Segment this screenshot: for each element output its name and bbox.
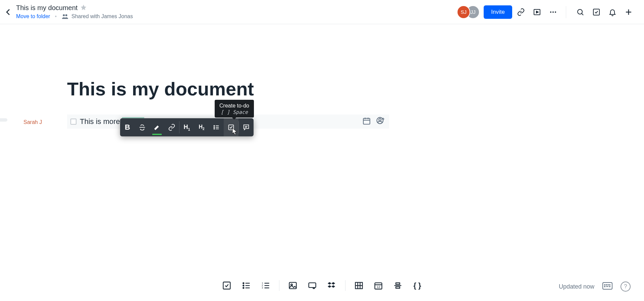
svg-point-1 [65, 14, 67, 16]
svg-text:12: 12 [377, 285, 380, 289]
shared-with-text: Shared with James Jonas [71, 13, 133, 19]
tooltip-title: Create to-do [219, 102, 249, 109]
invite-button[interactable]: Invite [484, 5, 512, 19]
collaborator-avatars: SJ JJ [457, 5, 480, 19]
insert-table-icon[interactable] [353, 280, 365, 292]
move-to-folder-link[interactable]: Move to folder [16, 13, 50, 19]
svg-rect-9 [593, 9, 599, 15]
copy-link-icon[interactable] [514, 5, 528, 19]
svg-point-0 [63, 14, 65, 16]
bottom-insert-bar: 123 12 { } [0, 280, 644, 292]
highlight-button[interactable] [150, 118, 164, 136]
help-icon[interactable]: ? [621, 282, 631, 292]
insert-media-icon[interactable] [306, 280, 318, 292]
comment-button[interactable] [239, 118, 254, 136]
svg-rect-22 [363, 118, 370, 124]
todo-tooltip: Create to-do [ ] Space [215, 100, 254, 118]
present-icon[interactable] [530, 5, 544, 19]
document-page: This is my document Sarah J B H1 H2 [67, 24, 644, 301]
svg-point-59 [604, 285, 605, 285]
author-tag[interactable]: Sarah J [23, 119, 42, 125]
margin-tab[interactable] [0, 118, 7, 122]
task-text-pre: This is more [80, 117, 122, 126]
svg-rect-56 [396, 283, 400, 285]
star-icon[interactable] [80, 4, 87, 12]
bottom-divider [345, 280, 345, 291]
status-area: Updated now ? [559, 282, 631, 292]
h1-button[interactable]: H1 [179, 118, 194, 136]
updated-label: Updated now [559, 283, 594, 290]
svg-text:3: 3 [262, 287, 263, 289]
notifications-icon[interactable] [605, 5, 620, 19]
svg-point-62 [609, 285, 610, 285]
svg-point-15 [214, 128, 214, 129]
svg-point-32 [243, 285, 244, 286]
svg-rect-45 [309, 283, 316, 288]
task-checkbox[interactable] [70, 119, 76, 125]
strikethrough-button[interactable] [135, 118, 150, 136]
page-title[interactable]: This is my document [67, 78, 644, 100]
header-divider [566, 6, 566, 18]
assign-icon[interactable] [376, 116, 385, 127]
cursor-icon [232, 128, 237, 135]
task-row-actions [362, 116, 385, 127]
svg-point-63 [604, 286, 605, 287]
tasks-icon[interactable] [589, 5, 604, 19]
bold-button[interactable]: B [120, 118, 135, 136]
svg-rect-57 [396, 287, 400, 289]
svg-rect-43 [289, 283, 297, 289]
insert-dropbox-icon[interactable] [326, 280, 338, 292]
title-block: This is my document Move to folder • Sha… [16, 4, 133, 20]
svg-line-8 [582, 13, 583, 15]
more-icon[interactable] [546, 5, 560, 19]
bullet-list-button[interactable] [209, 118, 224, 136]
back-button[interactable] [3, 7, 13, 17]
insert-todo-icon[interactable] [221, 280, 233, 292]
svg-text:2: 2 [262, 284, 263, 287]
h2-button[interactable]: H2 [194, 118, 209, 136]
svg-point-31 [243, 283, 244, 284]
svg-rect-58 [603, 283, 612, 289]
bottom-divider [279, 280, 279, 291]
insert-bullet-list-icon[interactable] [240, 280, 252, 292]
shared-with-label[interactable]: Shared with James Jonas [61, 13, 133, 20]
insert-calendar-icon[interactable]: 12 [372, 280, 384, 292]
svg-marker-3 [536, 11, 538, 13]
tooltip-hint: [ ] Space [219, 109, 249, 116]
svg-point-6 [555, 11, 556, 13]
due-date-icon[interactable] [362, 117, 371, 127]
avatar-sj[interactable]: SJ [457, 5, 470, 19]
insert-code-icon[interactable]: { } [411, 280, 423, 292]
insert-image-icon[interactable] [287, 280, 299, 292]
add-icon[interactable] [621, 5, 636, 19]
svg-point-64 [609, 286, 610, 287]
insert-divider-icon[interactable] [392, 280, 404, 292]
svg-point-7 [578, 9, 582, 14]
separator-dot: • [55, 13, 57, 19]
svg-point-13 [214, 125, 214, 126]
svg-point-33 [243, 287, 244, 288]
svg-point-14 [214, 127, 214, 128]
insert-numbered-list-icon[interactable]: 123 [260, 280, 272, 292]
svg-rect-30 [223, 282, 230, 289]
svg-point-4 [550, 11, 551, 13]
doc-title[interactable]: This is my document [16, 4, 77, 12]
search-icon[interactable] [573, 5, 588, 19]
svg-point-60 [606, 285, 607, 285]
svg-text:1: 1 [262, 282, 263, 284]
svg-point-27 [379, 119, 381, 121]
top-header: This is my document Move to folder • Sha… [0, 0, 644, 24]
svg-point-5 [552, 11, 554, 13]
svg-point-61 [608, 285, 608, 285]
keyboard-shortcuts-icon[interactable] [602, 282, 612, 291]
link-button[interactable] [164, 118, 179, 136]
